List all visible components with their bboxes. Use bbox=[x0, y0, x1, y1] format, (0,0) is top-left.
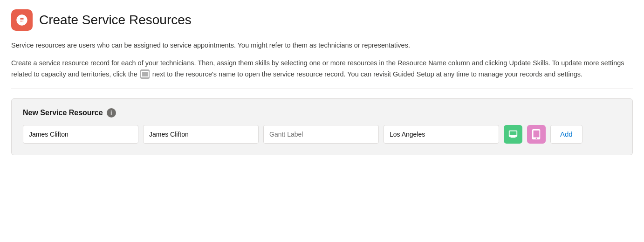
location-input[interactable] bbox=[384, 125, 499, 144]
inline-navigate-icon bbox=[140, 69, 150, 79]
monitor-icon bbox=[508, 129, 518, 139]
monitor-icon-button[interactable] bbox=[504, 125, 522, 144]
page-title: Create Service Resources bbox=[39, 13, 192, 28]
tablet-icon bbox=[531, 129, 541, 139]
section-header: New Service Resource i bbox=[23, 108, 621, 118]
app-icon bbox=[11, 9, 33, 31]
resource-section: New Service Resource i bbox=[11, 98, 633, 155]
page-header: Create Service Resources bbox=[11, 9, 633, 31]
info-icon[interactable]: i bbox=[107, 108, 116, 118]
tablet-icon-button[interactable] bbox=[527, 125, 546, 144]
resource-form: Add bbox=[23, 125, 621, 144]
page-container: Create Service Resources Service resourc… bbox=[0, 0, 644, 166]
resource-name-input[interactable] bbox=[23, 125, 138, 144]
gantt-resource-input[interactable] bbox=[143, 125, 259, 144]
description-paragraph-2-part2: next to the resource's name to open the … bbox=[152, 70, 582, 78]
description-paragraph-1: Service resources are users who can be a… bbox=[11, 40, 633, 51]
section-title: New Service Resource bbox=[23, 109, 103, 117]
gantt-label-input[interactable] bbox=[263, 125, 379, 144]
add-button[interactable]: Add bbox=[550, 125, 582, 144]
description-block: Service resources are users who can be a… bbox=[11, 40, 633, 80]
section-divider bbox=[11, 89, 633, 89]
description-paragraph-2: Create a service resource record for eac… bbox=[11, 58, 633, 80]
